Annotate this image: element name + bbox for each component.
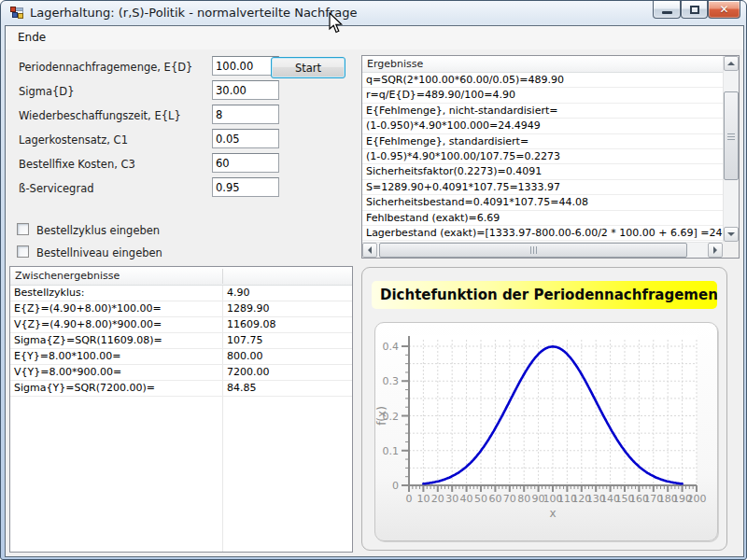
intermediate-row[interactable]: Bestellzyklus: 4.90	[10, 286, 352, 301]
scroll-up-button[interactable]	[724, 56, 739, 71]
intermediate-row[interactable]: Sigma{Z}=SQR(11609.08)= 107.75	[10, 333, 352, 349]
field-label: Periodennachfragemenge, E{D}	[19, 61, 192, 74]
svg-text:f(x): f(x)	[375, 406, 388, 426]
svg-text:20: 20	[431, 493, 444, 505]
expression-cell: E{Z}=(4.90+8.00)*100.00=	[10, 301, 222, 316]
intermediate-rows: Bestellzyklus: 4.90 E{Z}=(4.90+8.00)*100…	[10, 286, 352, 397]
field-input[interactable]	[212, 105, 279, 124]
field-input[interactable]	[212, 177, 279, 197]
intermediate-row[interactable]: V{Z}=(4.90+8.00)*900.00= 11609.08	[10, 317, 352, 333]
field-input[interactable]	[212, 129, 279, 148]
checkbox[interactable]	[17, 223, 29, 235]
result-row[interactable]: E{Fehlmenge}, standardisiert=	[362, 134, 723, 149]
results-column-header[interactable]: Ergebnisse	[362, 56, 723, 73]
value-cell: 107.75	[222, 333, 352, 348]
svg-text:40: 40	[460, 493, 473, 505]
intermediate-row[interactable]: E{Y}=8.00*100.00= 800.00	[10, 349, 352, 365]
maximize-button[interactable]	[681, 1, 708, 19]
arrow-down-icon	[727, 232, 735, 236]
svg-text:70: 70	[503, 493, 516, 505]
results-items: q=SQR(2*100.00*60.00/0.05)=489.90 r=q/E{…	[362, 73, 723, 242]
svg-text:200: 200	[687, 493, 707, 505]
thumb-grip-icon	[530, 246, 537, 254]
intermediate-column-header[interactable]: Zwischenergebnisse	[10, 267, 352, 286]
field-input[interactable]	[212, 56, 279, 76]
svg-text:30: 30	[445, 493, 458, 505]
chart-groupbox: Dichtefunktion der Periodennachfragemeng…	[361, 267, 727, 551]
field-row: Bestellfixe Kosten, C3	[6, 152, 360, 176]
scroll-down-button[interactable]	[724, 227, 739, 242]
result-row[interactable]: Fehlbestand (exakt)=6.69	[362, 211, 723, 226]
svg-text:0.3: 0.3	[383, 375, 400, 387]
checkbox-label: Bestellzyklus eingeben	[36, 224, 160, 237]
result-row[interactable]: Sicherheitsfaktor(0.2273)=0.4091	[362, 164, 723, 179]
result-row[interactable]: Sicherheitsbestand=0.4091*107.75=44.08	[362, 195, 723, 210]
start-button[interactable]: Start	[271, 57, 345, 78]
result-row[interactable]: (1-0.950)*4.90*100.000=24.4949	[362, 119, 723, 133]
horizontal-scroll-thumb[interactable]	[379, 243, 687, 258]
svg-text:0.4: 0.4	[383, 341, 400, 353]
scroll-right-button[interactable]	[708, 243, 723, 258]
result-row[interactable]: r=q/E{D}=489.90/100=4.90	[362, 88, 723, 103]
close-button[interactable]: ✕	[708, 1, 740, 19]
expression-cell: V{Z}=(4.90+8.00)*900.00=	[10, 317, 222, 332]
results-listview: Ergebnisse q=SQR(2*100.00*60.00/0.05)=48…	[361, 55, 740, 259]
scroll-left-button[interactable]	[362, 243, 377, 258]
result-row[interactable]: (1-0.95)*4.90*100.00/107.75=0.2273	[362, 149, 723, 164]
svg-text:x: x	[549, 507, 556, 520]
svg-text:50: 50	[474, 493, 487, 505]
column-divider[interactable]	[222, 269, 223, 284]
result-row[interactable]: Lagerbestand (exakt)=[1333.97-800.00-6.0…	[362, 226, 723, 241]
intermediate-header-label: Zwischenergebnisse	[15, 270, 120, 282]
field-row: ß-Servicegrad	[6, 176, 360, 201]
result-row[interactable]: S=1289.90+0.4091*107.75=1333.97	[362, 180, 723, 195]
vertical-scroll-thumb[interactable]	[724, 91, 739, 180]
results-horizontal-scrollbar[interactable]	[362, 242, 723, 258]
expression-cell: Sigma{Z}=SQR(11609.08)=	[10, 333, 222, 348]
minimize-button[interactable]	[653, 1, 681, 19]
result-row[interactable]: E{Fehlmenge}, nicht-standardisiert=	[362, 104, 723, 119]
checkbox-label: Bestellniveau eingeben	[36, 246, 162, 259]
field-label: Bestellfixe Kosten, C3	[19, 158, 135, 171]
svg-text:10: 10	[416, 493, 430, 505]
expression-cell: Bestellzyklus:	[10, 286, 222, 301]
results-vertical-scrollbar[interactable]	[723, 56, 739, 242]
arrow-right-icon	[713, 246, 717, 254]
field-label: Sigma{D}	[19, 85, 75, 98]
scrollbar-corner	[723, 242, 739, 258]
intermediate-listview: Zwischenergebnisse Bestellzyklus: 4.90 E…	[9, 266, 353, 553]
field-row: Sigma{D}	[6, 79, 360, 104]
svg-text:0: 0	[392, 480, 399, 492]
menu-bar: Ende	[6, 26, 743, 49]
client-area: Ende Periodennachfragemenge, E{D} Sigma{…	[5, 25, 744, 557]
field-row: Lagerkostensatz, C1	[6, 128, 360, 152]
chart-panel: 0102030405060708090100110120130140150160…	[374, 322, 718, 541]
close-icon: ✕	[709, 3, 740, 16]
value-cell: 800.00	[222, 349, 352, 364]
checkbox-group: Bestellzyklus eingeben Bestellniveau ein…	[6, 219, 360, 264]
field-input[interactable]	[212, 153, 279, 173]
menu-item-ende[interactable]: Ende	[6, 26, 58, 49]
checkbox-row: Bestellniveau eingeben	[6, 242, 360, 264]
svg-text:80: 80	[517, 493, 530, 505]
intermediate-row[interactable]: Sigma{Y}=SQR(7200.00)= 84.85	[10, 381, 352, 397]
field-label: ß-Servicegrad	[19, 182, 93, 195]
expression-cell: Sigma{Y}=SQR(7200.00)=	[10, 381, 222, 396]
value-cell: 4.90	[222, 286, 352, 301]
expression-cell: E{Y}=8.00*100.00=	[10, 349, 222, 364]
minimize-icon	[662, 11, 672, 14]
density-function-chart: 0102030405060708090100110120130140150160…	[375, 323, 717, 540]
checkbox[interactable]	[17, 245, 29, 258]
result-row[interactable]: q=SQR(2*100.00*60.00/0.05)=489.90	[362, 73, 723, 88]
field-input[interactable]	[212, 80, 279, 100]
app-icon	[9, 6, 24, 21]
chart-title-banner: Dichtefunktion der Periodennachfragemeng…	[372, 281, 717, 309]
title-bar[interactable]: Lagerhaltung: (r,S)-Politik - normalvert…	[1, 1, 746, 25]
checkbox-row: Bestellzyklus eingeben	[6, 219, 360, 242]
svg-text:0: 0	[406, 493, 413, 505]
arrow-left-icon	[368, 246, 372, 254]
intermediate-row[interactable]: V{Y}=8.00*900.00= 7200.00	[10, 365, 352, 381]
svg-text:0.1: 0.1	[383, 445, 400, 457]
intermediate-row[interactable]: E{Z}=(4.90+8.00)*100.00= 1289.90	[10, 301, 352, 317]
expression-cell: V{Y}=8.00*900.00=	[10, 365, 222, 380]
